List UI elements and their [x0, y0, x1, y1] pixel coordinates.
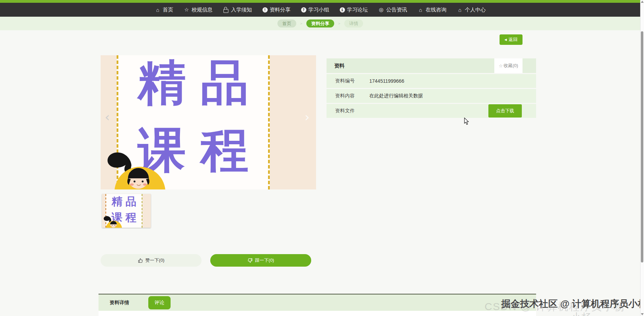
vertical-scrollbar[interactable]: [640, 0, 644, 316]
download-button[interactable]: 点击下载: [488, 104, 522, 118]
favorite-label: 收藏(0): [503, 63, 518, 69]
nav-label: 入学须知: [231, 7, 252, 13]
nav-label: 在线咨询: [426, 7, 447, 13]
nav-item-school-rules[interactable]: ☆ 校规信息: [179, 3, 218, 17]
nav-label: 公告资讯: [386, 7, 407, 13]
nav-item-material-share[interactable]: ! 资料分享: [257, 3, 296, 17]
home-icon: ⌂: [418, 7, 424, 13]
page-root: ⌂ 首页 ☆ 校规信息 入学须知 ! 资料分享 ? 学习小组 i 学习论坛 ◎ …: [0, 0, 644, 316]
breadcrumb-detail[interactable]: 详情: [344, 19, 363, 28]
breadcrumb-home[interactable]: 首页: [277, 19, 296, 28]
back-button[interactable]: ◀ 返回: [500, 34, 523, 45]
home-icon: ⌂: [457, 7, 463, 13]
carousel-thumbnail[interactable]: 精品 课程: [102, 194, 151, 228]
nav-item-online-consult[interactable]: ⌂ 在线咨询: [413, 3, 452, 17]
carousel-next-arrow[interactable]: ›: [305, 111, 309, 123]
breadcrumb-separator: ＞: [299, 21, 303, 26]
breadcrumb: 首页 ＞ 资料分享 ＞ 详情: [0, 17, 641, 30]
material-content-label: 资料内容: [327, 93, 367, 99]
material-content-row: 资料内容 在此处进行编辑相关数据: [327, 89, 536, 103]
favorite-star-icon: ☆: [499, 63, 503, 68]
scrollbar-thumb[interactable]: [641, 31, 643, 262]
material-id-label: 资料编号: [327, 78, 367, 84]
material-id-value: 1744511999666: [367, 78, 404, 84]
carousel-prev-arrow[interactable]: ‹: [105, 111, 110, 123]
nav-label: 学习小组: [308, 7, 329, 13]
nav-label: 个人中心: [465, 7, 486, 13]
material-file-row: 资料文件 点击下载: [327, 104, 536, 118]
nav-item-personal-center[interactable]: ⌂ 个人中心: [452, 3, 491, 17]
thumbnail-title-line1: 精品: [105, 196, 142, 207]
back-button-label: 返回: [509, 37, 518, 43]
dislike-label: 踩一下(0): [255, 257, 274, 264]
thumbs-up-icon: [138, 258, 143, 263]
info-circle-icon: i: [340, 7, 345, 13]
nav-item-study-group[interactable]: ? 学习小组: [296, 3, 335, 17]
nav-item-announcements[interactable]: ◎ 公告资讯: [373, 3, 413, 17]
lock-icon: [223, 7, 229, 13]
nav-item-admission-notice[interactable]: 入学须知: [218, 3, 257, 17]
nav-label: 首页: [163, 7, 173, 13]
like-button[interactable]: 赞一下(0): [101, 254, 202, 267]
material-file-label: 资料文件: [327, 108, 367, 114]
scrollbar-down-arrow[interactable]: [641, 313, 644, 315]
breadcrumb-material-share[interactable]: 资料分享: [306, 19, 334, 28]
question-circle-icon: ?: [301, 7, 306, 13]
watermark-ghost-bottom: 小杨: [571, 310, 592, 316]
thumbs-down-icon: [248, 258, 253, 263]
tab-comment[interactable]: 评论: [148, 296, 171, 309]
back-arrow-icon: ◀: [504, 38, 507, 41]
material-id-row: 资料编号 1744511999666: [327, 74, 536, 88]
panel-header: 资料 ☆ 收藏(0): [327, 58, 536, 73]
material-content-value: 在此处进行编辑相关数据: [367, 93, 423, 99]
nav-item-study-forum[interactable]: i 学习论坛: [335, 3, 373, 17]
top-accent-bar: [0, 0, 641, 3]
panel-title: 资料: [334, 58, 345, 73]
thumbnail-girl-illustration: [102, 215, 124, 228]
like-label: 赞一下(0): [146, 257, 165, 264]
poster-girl-illustration: [101, 150, 172, 189]
material-info-panel: 资料 ☆ 收藏(0) 资料编号 1744511999666 资料内容 在此处进行…: [327, 58, 536, 118]
dislike-button[interactable]: 踩一下(0): [210, 254, 311, 267]
main-nav: ⌂ 首页 ☆ 校规信息 入学须知 ! 资料分享 ? 学习小组 i 学习论坛 ◎ …: [0, 3, 641, 17]
exclamation-circle-icon: !: [262, 7, 268, 13]
tab-bar: 资料详情 评论: [99, 294, 536, 311]
poster-title-line1: 精品: [117, 57, 270, 108]
mouse-cursor: [464, 118, 469, 125]
favorite-button[interactable]: ☆ 收藏(0): [494, 58, 523, 73]
globe-icon: ◎: [378, 7, 384, 13]
star-icon: ☆: [184, 7, 190, 13]
material-image-carousel: 精品 课程 ‹ ›: [101, 55, 316, 189]
tab-material-detail[interactable]: 资料详情: [110, 300, 129, 306]
home-icon: ⌂: [155, 7, 161, 13]
nav-item-home[interactable]: ⌂ 首页: [150, 3, 179, 17]
nav-label: 资料分享: [270, 7, 291, 13]
nav-label: 校规信息: [192, 7, 213, 13]
detail-comment-card: 资料详情 评论: [99, 294, 536, 316]
breadcrumb-separator: ＞: [337, 21, 341, 26]
scrollbar-up-arrow[interactable]: [641, 1, 644, 3]
nav-label: 学习论坛: [347, 7, 368, 13]
